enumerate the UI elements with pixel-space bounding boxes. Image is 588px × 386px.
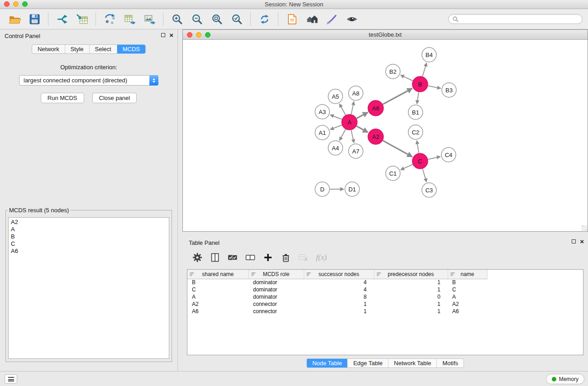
graph-edge[interactable] (339, 129, 345, 141)
graph-edge[interactable] (330, 115, 342, 119)
graph-node[interactable]: A2 (368, 129, 383, 144)
column-header-shared-name[interactable]: shared name (187, 270, 249, 279)
graph-node[interactable]: A6 (368, 100, 383, 116)
gear-icon[interactable] (192, 253, 202, 262)
mcds-result-list[interactable]: A2ABCA6 (8, 217, 169, 359)
graph-node[interactable]: A1 (315, 125, 330, 140)
graph-edge[interactable] (417, 141, 419, 153)
style-brush-button[interactable] (324, 11, 339, 27)
tab-network[interactable]: Network (32, 45, 65, 53)
table-row[interactable]: Cdominator41C (187, 286, 583, 293)
graph-edge[interactable] (357, 112, 368, 118)
result-item[interactable]: C (11, 240, 167, 248)
graph-node[interactable]: B2 (386, 64, 400, 79)
graph-node[interactable]: A (342, 114, 357, 130)
float-panel-icon[interactable] (572, 239, 576, 243)
network-maximize-button[interactable] (205, 32, 210, 38)
open-document-button[interactable] (284, 11, 300, 27)
apply-layout-button[interactable] (257, 11, 272, 27)
tab-mcds[interactable]: MCDS (117, 45, 145, 53)
dropdown-stepper-icon[interactable] (149, 75, 158, 86)
graph-node[interactable]: D1 (345, 182, 359, 196)
result-item[interactable]: B (11, 233, 167, 240)
network-minimize-button[interactable] (196, 32, 201, 38)
graph-edge[interactable] (383, 141, 412, 157)
graph-edge[interactable] (401, 75, 413, 81)
table-row[interactable]: A2connector11A2 (187, 300, 583, 308)
search-field[interactable] (448, 14, 583, 24)
graph-node[interactable]: B3 (442, 83, 456, 97)
graph-node[interactable]: A7 (349, 144, 363, 158)
column-header-mcds-role[interactable]: MCDS role (249, 270, 304, 279)
network-close-button[interactable] (187, 32, 192, 38)
graph-node[interactable]: B (412, 76, 428, 92)
tab-network-table[interactable]: Network Table (388, 359, 437, 367)
graph-node[interactable]: A8 (349, 86, 363, 100)
tab-edge-table[interactable]: Edge Table (348, 359, 388, 367)
zoom-out-button[interactable] (189, 11, 205, 27)
graph-node[interactable]: A5 (328, 89, 343, 104)
delete-icon[interactable] (281, 253, 291, 262)
graph-edge[interactable] (417, 92, 419, 104)
result-item[interactable]: A6 (11, 248, 167, 255)
criterion-dropdown[interactable]: largest connected component (directed) (19, 75, 158, 86)
show-columns-icon[interactable] (210, 253, 220, 262)
graph-node[interactable]: C (412, 153, 428, 169)
search-input[interactable] (461, 15, 578, 23)
home-button[interactable] (304, 11, 320, 27)
node-table[interactable]: shared name MCDS role successor nodes pr… (187, 269, 583, 355)
close-panel-icon[interactable]: × (169, 33, 173, 38)
table-row[interactable]: Bdominator41B (187, 279, 583, 286)
graph-edge[interactable] (351, 102, 354, 114)
show-details-button[interactable] (344, 11, 359, 27)
run-mcds-button[interactable]: Run MCDS (41, 93, 84, 103)
result-item[interactable]: A (11, 226, 167, 233)
graph-edge[interactable] (428, 157, 440, 159)
deselect-all-icon[interactable] (245, 253, 255, 262)
import-network-button[interactable] (54, 11, 70, 27)
export-table-button[interactable] (122, 11, 137, 27)
import-table-button[interactable] (74, 11, 90, 27)
graph-node[interactable]: B1 (408, 105, 423, 119)
memory-button[interactable]: Memory (546, 374, 584, 384)
add-icon[interactable] (263, 253, 273, 262)
float-panel-icon[interactable] (161, 33, 165, 37)
network-graph[interactable]: B4B2BB3A8A5A6A3B1AC2A1A2A4A7C4CC1C3DD1 (183, 40, 588, 231)
open-session-button[interactable] (7, 11, 22, 27)
zoom-selected-button[interactable] (229, 11, 244, 27)
table-row[interactable]: Adominator80A (187, 293, 583, 300)
result-item[interactable]: A2 (11, 219, 167, 226)
resize-grip[interactable] (582, 225, 587, 231)
task-history-button[interactable] (5, 374, 17, 384)
export-network-button[interactable] (102, 11, 117, 27)
export-image-button[interactable] (142, 11, 157, 27)
graph-node[interactable]: B4 (422, 48, 436, 62)
graph-node[interactable]: A3 (315, 105, 330, 119)
save-session-button[interactable] (27, 11, 42, 27)
graph-edge[interactable] (339, 104, 345, 115)
zoom-in-button[interactable] (169, 11, 185, 27)
select-all-icon[interactable] (228, 253, 238, 262)
table-row[interactable]: A6connector11A6 (187, 308, 583, 315)
column-header-successor-nodes[interactable]: successor nodes (304, 270, 374, 279)
graph-node[interactable]: D (315, 182, 330, 196)
graph-edge[interactable] (401, 164, 412, 170)
close-panel-button[interactable]: Close panel (92, 93, 137, 103)
graph-edge[interactable] (428, 86, 441, 89)
graph-node[interactable]: C4 (441, 148, 456, 162)
tab-select[interactable]: Select (90, 45, 117, 53)
graph-edge[interactable] (422, 63, 426, 76)
graph-edge[interactable] (351, 130, 354, 143)
tab-node-table[interactable]: Node Table (307, 359, 348, 367)
graph-node[interactable]: C1 (386, 166, 400, 181)
column-header-predecessor-nodes[interactable]: predecessor nodes (374, 270, 448, 279)
close-panel-icon[interactable]: × (580, 239, 584, 244)
graph-node[interactable]: C2 (408, 125, 423, 139)
graph-edge[interactable] (357, 126, 368, 133)
graph-node[interactable]: A4 (328, 141, 343, 155)
graph-edge[interactable] (330, 125, 342, 129)
graph-node[interactable]: C3 (422, 183, 436, 197)
column-header-name[interactable]: name (448, 270, 487, 279)
graph-edge[interactable] (383, 89, 412, 105)
tab-motifs[interactable]: Motifs (437, 359, 464, 367)
